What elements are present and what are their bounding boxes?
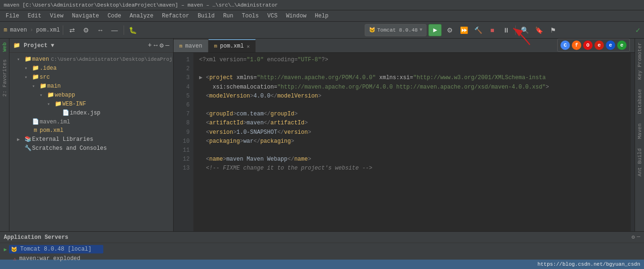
left-vtab-favorites[interactable]: 2: Favorites	[0, 56, 9, 100]
toolbar-left: m maven › pom.xml ⇄ ⚙ ↔ — 🐛	[4, 24, 363, 36]
code-line-12: <name>maven Maven Webapp</name>	[199, 155, 625, 164]
code-line-4: xsi:schemaLocation="http://maven.apache.…	[199, 83, 625, 92]
coverage-button[interactable]: ⚙	[443, 24, 456, 36]
chrome-icon-2[interactable]: C	[560, 41, 570, 50]
folder-icon-main: 📁	[39, 82, 47, 90]
menu-edit[interactable]: Edit	[24, 12, 45, 20]
breadcrumb-pomxml[interactable]: pom.xml	[36, 27, 59, 33]
edge-icon-2[interactable]: e	[606, 41, 615, 50]
custom-browser-icon-2[interactable]: e	[617, 41, 627, 50]
right-tab-keypromoter[interactable]: Key Promoter	[636, 39, 644, 83]
menu-navigate[interactable]: Navigate	[68, 12, 103, 20]
menu-view[interactable]: View	[46, 12, 67, 20]
sync-files-button[interactable]: ⇄	[66, 24, 78, 36]
firefox-icon-2[interactable]: f	[572, 41, 581, 50]
separator-1	[63, 25, 63, 35]
tree-label-path: C:\Users\Administrator\Desktop\ideaProj	[51, 57, 172, 62]
code-line-7: <groupId>com.team</groupId>	[199, 110, 625, 119]
code-content[interactable]: <?xml version="1.0" encoding="UTF-8"?> ▶…	[193, 53, 631, 231]
run-button[interactable]: ▶	[428, 24, 442, 36]
tab-pomxml-close[interactable]: ✕	[247, 43, 250, 49]
menu-run[interactable]: Run	[219, 12, 237, 20]
collapse-button[interactable]: —	[109, 24, 121, 36]
tree-label-extlibs: External Libraries	[32, 136, 93, 143]
tab-maven[interactable]: m maven	[174, 39, 209, 52]
scrollbar[interactable]	[631, 53, 635, 231]
code-line-2	[199, 65, 625, 73]
settings-icon-bottom[interactable]: ⚙	[632, 234, 635, 241]
sidebar-icons: + ↔ ⚙ —	[148, 41, 169, 49]
breadcrumb-maven[interactable]: maven	[10, 27, 27, 33]
debug-button[interactable]: 🐛	[127, 24, 139, 36]
gear-icon[interactable]: ⚙	[159, 41, 163, 49]
menu-analyze[interactable]: Analyze	[126, 12, 157, 20]
menu-file[interactable]: File	[2, 12, 23, 20]
tree-item-maven-root[interactable]: ▾ 📁 maven C:\Users\Administrator\Desktop…	[9, 55, 173, 64]
pause-button[interactable]: ⏸	[500, 24, 512, 36]
add-icon[interactable]: +	[148, 41, 151, 49]
settings-button[interactable]: ⚙	[80, 24, 92, 36]
tree-item-webinf[interactable]: ▾ 📁 WEB-INF	[9, 99, 173, 108]
flag-button[interactable]: ⚑	[547, 24, 559, 36]
right-tab-antbuild[interactable]: Ant Build	[636, 145, 644, 180]
profile-button[interactable]: ⏩	[458, 24, 470, 36]
expand-button[interactable]: ↔	[94, 24, 107, 36]
folder-icon-webinf: 📁	[54, 100, 62, 107]
tree-item-indexjsp[interactable]: 📄 index.jsp	[9, 108, 173, 117]
server-item-tomcat[interactable]: 🐱 Tomcat 8.0.48 [local]	[9, 245, 103, 253]
sidebar-title: 📁 Project ▼	[13, 42, 54, 49]
opera-icon-2[interactable]: O	[583, 41, 593, 50]
sidebar-header: 📁 Project ▼ + ↔ ⚙ —	[9, 39, 173, 53]
tree-label-pomxml: pom.xml	[40, 127, 63, 134]
stop-button[interactable]: ■	[486, 24, 498, 36]
right-tab-database[interactable]: Database	[636, 85, 644, 118]
menu-build[interactable]: Build	[194, 12, 218, 20]
warning-icon: ⚠	[13, 256, 17, 262]
code-line-1: <?xml version="1.0" encoding="UTF-8"?>	[199, 56, 625, 65]
play-icon: ▶	[433, 26, 437, 34]
tree-item-external-libs[interactable]: ▶ 📚 External Libraries	[9, 135, 173, 144]
expand-arrow-webinf: ▾	[47, 101, 54, 107]
bookmark-button[interactable]: 🔖	[533, 24, 545, 36]
tomcat-icon: 🐱	[369, 27, 376, 33]
status-url: https://blog.csdn.net/bgyuan_csdn	[537, 261, 640, 267]
menu-tools[interactable]: Tools	[238, 12, 263, 20]
close-icon-bottom[interactable]: —	[637, 234, 640, 241]
tree-label-scratches: Scratches and Consoles	[32, 145, 107, 152]
tree-item-src[interactable]: ▾ 📁 src	[9, 73, 173, 82]
folder-icon-idea: 📁	[31, 65, 40, 72]
folder-icon-webapp: 📁	[46, 91, 55, 98]
tree-item-webapp[interactable]: ▾ 📁 webapp	[9, 90, 173, 99]
menu-help[interactable]: Help	[311, 12, 332, 20]
ie-icon-2[interactable]: e	[594, 41, 604, 50]
tree-item-main[interactable]: ▾ 📁 main	[9, 82, 173, 90]
menu-vcs[interactable]: VCS	[264, 12, 282, 20]
code-editor[interactable]: 1 2 3 4 5 6 7 8 9 10 11 12 13 <?xml vers…	[174, 53, 635, 231]
run-server-icon: ▶	[4, 246, 7, 253]
menu-refactor[interactable]: Refactor	[158, 12, 193, 20]
library-icon: 📚	[24, 136, 32, 143]
tab-pomxml[interactable]: m pom.xml ✕	[209, 39, 256, 52]
tab-maven-label: maven	[185, 43, 202, 49]
tree-item-idea[interactable]: ▾ 📁 .idea	[9, 64, 173, 73]
search-button[interactable]: 🔍	[519, 24, 531, 36]
close-icon[interactable]: —	[166, 41, 169, 49]
tree-label-maveniml: maven.iml	[40, 119, 70, 125]
folder-icon-maven: 📁	[24, 56, 32, 63]
code-line-13: <!-- FIXME change it to the project's we…	[199, 164, 625, 173]
menu-window[interactable]: Window	[282, 12, 310, 20]
jsp-file-icon: 📄	[61, 109, 70, 116]
tree-item-maveniml[interactable]: 📄 maven.iml	[9, 117, 173, 126]
tree-item-pomxml[interactable]: m pom.xml	[9, 126, 173, 135]
tree-label-idea: .idea	[40, 65, 57, 72]
menu-code[interactable]: Code	[104, 12, 125, 20]
tree-item-scratches[interactable]: 🔧 Scratches and Consoles	[9, 144, 173, 153]
right-tab-maven[interactable]: Maven	[636, 120, 644, 143]
build-button[interactable]: 🔨	[472, 24, 484, 36]
chevron-down-icon: ▼	[419, 27, 422, 33]
check-icon: ✓	[636, 25, 640, 35]
run-config-dropdown[interactable]: 🐱 Tomcat 8.0.48 ▼	[365, 24, 427, 36]
horizontal-scroll-icon[interactable]: ↔	[154, 41, 158, 49]
run-config-label: Tomcat 8.0.48	[377, 27, 418, 33]
left-vtab-web[interactable]: Web	[0, 39, 9, 56]
